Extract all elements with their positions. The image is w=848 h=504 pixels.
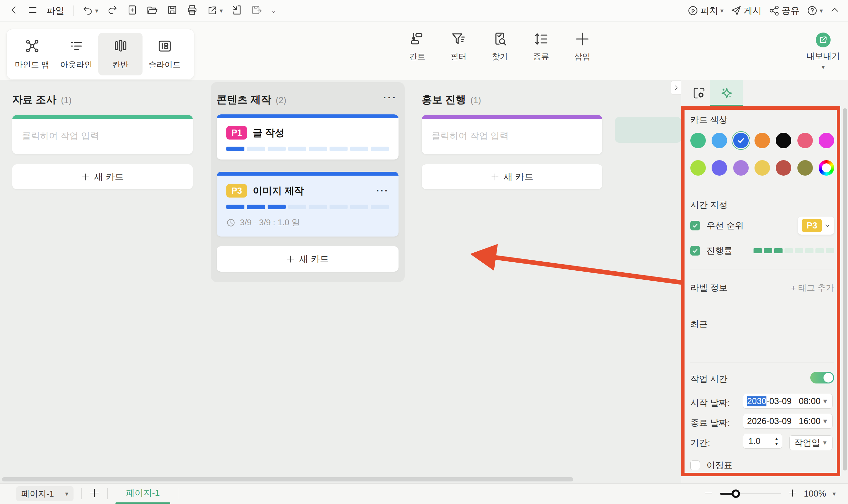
spinner-down-icon[interactable]: ▼ bbox=[775, 441, 779, 446]
color-swatch-magenta[interactable] bbox=[819, 133, 834, 148]
undo-button[interactable]: ▾ bbox=[82, 5, 98, 16]
toolbar-more-icon[interactable]: ⌄ bbox=[271, 7, 276, 14]
divider bbox=[107, 488, 108, 499]
card-accent-bar bbox=[422, 115, 602, 119]
find-button[interactable]: 찾기 bbox=[488, 31, 511, 62]
insert-button[interactable]: 삽입 bbox=[571, 31, 594, 62]
filter-label: 필터 bbox=[450, 51, 466, 62]
back-icon[interactable] bbox=[9, 5, 19, 16]
panel-scrollbar[interactable] bbox=[843, 108, 847, 470]
kanban-icon bbox=[113, 39, 128, 55]
save-as-icon[interactable] bbox=[251, 4, 262, 17]
clock-icon bbox=[226, 218, 235, 227]
save-icon[interactable] bbox=[167, 4, 178, 17]
color-swatch-lime[interactable] bbox=[690, 160, 706, 176]
new-card-button-1[interactable]: 새 카드 bbox=[12, 164, 193, 189]
color-swatch-lavender[interactable] bbox=[733, 160, 749, 176]
tab-mindmap[interactable]: 마인드 맵 bbox=[10, 33, 54, 75]
pitch-button[interactable]: 피치 ▾ bbox=[687, 4, 724, 17]
tab-slides[interactable]: 슬라이드 bbox=[142, 33, 187, 75]
import-icon[interactable] bbox=[231, 4, 243, 17]
pitch-dropdown-icon[interactable]: ▾ bbox=[720, 7, 724, 14]
color-wheel-picker[interactable] bbox=[819, 160, 834, 176]
duration-spinner[interactable]: 1.0 ▲▼ bbox=[743, 434, 782, 449]
progress-checkbox[interactable] bbox=[690, 246, 700, 255]
help-button[interactable]: ▾ bbox=[807, 5, 823, 16]
export-button[interactable]: 내보내기 ▾ bbox=[806, 33, 841, 70]
help-dropdown-icon[interactable]: ▾ bbox=[819, 7, 823, 14]
filter-button[interactable]: 필터 bbox=[447, 31, 470, 62]
color-swatch-rose[interactable] bbox=[797, 133, 813, 148]
work-time-toggle[interactable] bbox=[810, 372, 834, 383]
divider bbox=[81, 488, 82, 499]
open-folder-icon[interactable] bbox=[146, 4, 158, 17]
tab-ai-assistant[interactable] bbox=[710, 80, 743, 106]
export-icon bbox=[816, 33, 831, 47]
print-icon[interactable] bbox=[187, 4, 198, 17]
milestone-checkbox[interactable] bbox=[690, 461, 700, 470]
share-button[interactable]: 공유 bbox=[769, 4, 800, 17]
priority-badge-p1: P1 bbox=[226, 126, 247, 140]
toolbar-separator bbox=[73, 5, 73, 16]
zoom-in-button[interactable] bbox=[788, 488, 797, 499]
card-menu-icon[interactable]: ··· bbox=[376, 186, 389, 196]
color-swatch-blue-selected[interactable] bbox=[733, 133, 749, 148]
new-file-icon[interactable] bbox=[127, 4, 138, 17]
card-empty-promo[interactable]: 클릭하여 작업 입력 bbox=[422, 115, 602, 154]
export-file-button[interactable]: ▾ bbox=[207, 5, 223, 16]
card-empty-research[interactable]: 클릭하여 작업 입력 bbox=[12, 115, 193, 154]
tab-kanban[interactable]: 칸반 bbox=[98, 33, 142, 75]
add-page-button[interactable] bbox=[89, 488, 100, 500]
collapse-toolbar-icon[interactable] bbox=[830, 5, 840, 16]
add-tag-button[interactable]: + 태그 추가 bbox=[791, 282, 834, 293]
column-2-menu-icon[interactable]: ··· bbox=[383, 92, 397, 103]
sort-button[interactable]: 종류 bbox=[529, 31, 553, 62]
spinner-arrows[interactable]: ▲▼ bbox=[771, 434, 782, 448]
tab-card-settings[interactable] bbox=[688, 83, 710, 104]
zoom-dropdown-icon[interactable]: ▾ bbox=[832, 490, 836, 497]
priority-dropdown[interactable]: P3 bbox=[798, 217, 834, 235]
spinner-up-icon[interactable]: ▲ bbox=[775, 436, 779, 441]
start-date-rest: -03-09 bbox=[766, 396, 792, 406]
export-dropdown-icon[interactable]: ▾ bbox=[219, 7, 223, 14]
color-swatch-yellow[interactable] bbox=[755, 160, 770, 176]
plus-icon bbox=[81, 173, 90, 181]
end-date-field[interactable]: 2026-03-09 16:00 ▼ bbox=[743, 414, 832, 429]
card-schedule: 3/9 - 3/9 : 1.0 일 bbox=[240, 217, 300, 228]
page-tab-active[interactable]: 페이지-1 bbox=[116, 487, 170, 500]
color-swatch-brick[interactable] bbox=[776, 160, 791, 176]
color-swatch-black[interactable] bbox=[776, 133, 791, 148]
menu-icon[interactable] bbox=[28, 5, 38, 16]
zoom-slider[interactable] bbox=[720, 489, 781, 498]
zoom-out-button[interactable] bbox=[704, 488, 713, 499]
color-swatch-green[interactable] bbox=[690, 133, 706, 148]
page-select-dropdown[interactable]: 페이지-1 ▾ bbox=[16, 486, 73, 501]
color-swatch-orange[interactable] bbox=[755, 133, 770, 148]
gantt-button[interactable]: 간트 bbox=[406, 31, 429, 62]
chevron-down-icon[interactable]: ▼ bbox=[822, 418, 828, 425]
card-image-production[interactable]: P3 이미지 제작 ··· 3/9 - 3/9 : 1.0 일 bbox=[217, 172, 399, 236]
card-placeholder[interactable]: 클릭하여 작업 입력 bbox=[422, 119, 602, 142]
redo-button[interactable] bbox=[107, 4, 118, 17]
horizontal-scrollbar[interactable] bbox=[2, 477, 573, 482]
end-date-row: 종료 날짜: 2026-03-09 16:00 ▼ bbox=[690, 417, 834, 429]
new-card-button-2[interactable]: 새 카드 bbox=[217, 246, 399, 272]
export-menu-icon[interactable]: ▾ bbox=[822, 64, 825, 70]
card-placeholder[interactable]: 클릭하여 작업 입력 bbox=[12, 119, 193, 142]
color-swatch-skyblue[interactable] bbox=[712, 133, 727, 148]
zoom-controls: 100% ▾ bbox=[704, 486, 836, 501]
chevron-down-icon[interactable]: ▼ bbox=[822, 398, 828, 405]
panel-collapse-button[interactable] bbox=[671, 80, 681, 95]
color-swatch-indigo[interactable] bbox=[712, 160, 727, 176]
undo-dropdown-icon[interactable]: ▾ bbox=[95, 7, 98, 14]
duration-unit-dropdown[interactable]: 작업일 ▼ bbox=[789, 435, 832, 450]
card-write-post[interactable]: P1 글 작성 bbox=[217, 114, 399, 160]
color-swatch-olive[interactable] bbox=[797, 160, 813, 176]
start-date-field[interactable]: 2030-03-09 08:00 ▼ bbox=[743, 394, 832, 409]
tab-outline[interactable]: 아웃라인 bbox=[54, 33, 98, 75]
zoom-slider-thumb[interactable] bbox=[731, 489, 740, 498]
file-menu[interactable]: 파일 bbox=[47, 4, 65, 17]
publish-button[interactable]: 게시 bbox=[731, 4, 762, 17]
new-card-button-3[interactable]: 새 카드 bbox=[422, 164, 602, 189]
priority-checkbox[interactable] bbox=[690, 221, 700, 230]
